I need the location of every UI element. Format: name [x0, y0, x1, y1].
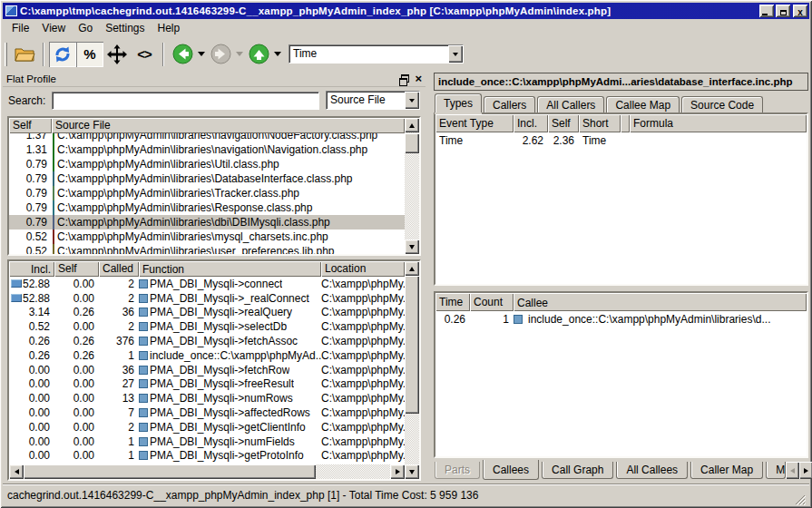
column-header-blank[interactable] — [621, 114, 630, 132]
event-type-combo[interactable]: Time — [289, 44, 464, 64]
toolbar-grip[interactable] — [5, 43, 7, 66]
column-header-self[interactable]: Self — [54, 261, 99, 277]
up-button[interactable] — [245, 42, 272, 67]
vertical-scrollbar[interactable] — [405, 118, 419, 254]
vertical-scrollbar[interactable] — [405, 261, 419, 479]
tab-caller-map[interactable]: Caller Map — [690, 462, 763, 479]
search-input[interactable] — [52, 92, 319, 110]
menu-go[interactable]: Go — [72, 20, 99, 36]
minimize-button[interactable] — [759, 5, 774, 17]
back-dropdown[interactable] — [196, 42, 207, 67]
column-header-count[interactable]: Count — [470, 293, 514, 311]
source-file-row[interactable]: 0.79C:\xampp\phpMyAdmin\libraries\dbi\DB… — [9, 215, 405, 230]
maximize-button[interactable] — [776, 5, 790, 17]
column-header-time[interactable]: Time — [435, 293, 470, 311]
function-row[interactable]: 0.000.001PMA_DBI_Mysqli->numFieldsC:\xam… — [9, 435, 405, 449]
column-header-location[interactable]: Location — [321, 261, 405, 277]
self-value: 0.00 — [54, 278, 99, 290]
source-file-row[interactable]: 0.79C:\xampp\phpMyAdmin\libraries\Tracke… — [9, 186, 405, 200]
horizontal-scrollbar[interactable] — [9, 464, 405, 479]
menu-settings[interactable]: Settings — [99, 20, 151, 36]
column-header-incl[interactable]: Incl. — [514, 114, 548, 132]
function-row[interactable]: 0.000.001PMA_DBI_Mysqli->getProtoInfoC:\… — [9, 449, 405, 464]
function-row[interactable]: 52.880.002PMA_DBI_Mysqli->connectC:\xamp… — [9, 277, 405, 291]
scroll-down-button[interactable] — [405, 239, 419, 254]
column-header-formula[interactable]: Formula — [630, 114, 807, 132]
scroll-up-button[interactable] — [405, 261, 419, 276]
column-header-incl[interactable]: Incl. — [9, 261, 54, 277]
event-type-row[interactable]: Time2.622.36Time — [435, 132, 807, 148]
combo-dropdown-button[interactable] — [405, 92, 419, 109]
combo-dropdown-button[interactable] — [448, 45, 463, 63]
back-button[interactable] — [169, 42, 196, 67]
source-file-row[interactable]: 0.79C:\xampp\phpMyAdmin\libraries\Respon… — [9, 200, 405, 215]
callee-row[interactable]: 0.261include_once::C:\xampp\phpMyAdmin\l… — [435, 311, 807, 327]
function-cell: PMA_DBI_Mysqli->_realConnect — [139, 292, 321, 305]
column-header-short[interactable]: Short — [579, 114, 621, 132]
scroll-left-button[interactable] — [9, 464, 24, 479]
toolbar: % <> T — [3, 37, 809, 71]
source-file-row[interactable]: 1.37C:\xampp\phpMyAdmin\libraries\naviga… — [9, 133, 405, 142]
function-row[interactable]: 0.260.26376PMA_DBI_Mysqli->fetchAssocC:\… — [9, 334, 405, 348]
dock-close-button[interactable]: × — [415, 73, 422, 83]
tab-types[interactable]: Types — [435, 93, 482, 112]
percentage-toggle-button[interactable]: % — [76, 42, 103, 67]
function-row[interactable]: 0.000.0027PMA_DBI_Mysqli->freeResultC:\x… — [9, 377, 405, 392]
open-file-button[interactable] — [11, 42, 38, 67]
function-row[interactable]: 0.000.007PMA_DBI_Mysqli->affectedRowsC:\… — [9, 405, 405, 420]
group-by-combo[interactable]: Source File — [326, 91, 420, 110]
function-row[interactable]: 3.140.2636PMA_DBI_Mysqli->realQueryC:\xa… — [9, 306, 405, 320]
column-header-called[interactable]: Called — [99, 261, 139, 277]
menu-file[interactable]: File — [5, 20, 35, 36]
tab-all-callers[interactable]: All Callers — [537, 96, 604, 112]
function-icon — [139, 294, 148, 303]
scroll-down-button[interactable] — [405, 464, 419, 479]
relative-cost-button[interactable]: <> — [131, 42, 158, 67]
column-header-callee[interactable]: Callee — [514, 293, 807, 311]
source-file-cell: C:\xampp\phpMyAdmin\libraries\Util.class… — [52, 158, 405, 171]
column-header-event-type[interactable]: Event Type — [435, 114, 514, 132]
tab-callers[interactable]: Callers — [484, 96, 535, 112]
tab-machine-code[interactable]: Machine Code — [766, 462, 786, 479]
tab-callees[interactable]: Callees — [483, 460, 539, 480]
tab-callee-map[interactable]: Callee Map — [606, 96, 680, 112]
tab-call-graph[interactable]: Call Graph — [542, 462, 613, 479]
function-icon — [139, 279, 148, 288]
menu-view[interactable]: View — [35, 20, 72, 36]
column-header-function[interactable]: Function — [139, 261, 321, 277]
dock-float-button[interactable] — [401, 74, 409, 83]
function-row[interactable]: 0.000.0036PMA_DBI_Mysqli->fetchRowC:\xam… — [9, 363, 405, 377]
function-name: PMA_DBI_Mysqli->affectedRows — [150, 406, 310, 419]
tab-scroll-right-button[interactable] — [799, 462, 812, 479]
function-row[interactable]: 0.000.0013PMA_DBI_Mysqli->numRowsC:\xamp… — [9, 391, 405, 405]
column-header-source-file[interactable]: Source File — [52, 118, 405, 133]
source-file-row[interactable]: 1.31C:\xampp\phpMyAdmin\libraries\naviga… — [9, 142, 405, 157]
scroll-up-button[interactable] — [405, 118, 419, 132]
tab-all-callees[interactable]: All Callees — [616, 462, 688, 479]
up-dropdown[interactable] — [272, 42, 283, 67]
source-file-row[interactable]: 0.79C:\xampp\phpMyAdmin\libraries\Databa… — [9, 171, 405, 186]
forward-dropdown[interactable] — [234, 42, 245, 67]
cycle-groups-button[interactable] — [49, 42, 76, 67]
scroll-right-button[interactable] — [390, 464, 405, 479]
scrollbar-thumb[interactable] — [24, 464, 316, 479]
close-button[interactable]: x — [793, 5, 807, 17]
function-row[interactable]: 0.260.261include_once::C:\xampp\phpMyAd.… — [9, 348, 405, 363]
function-cell: PMA_DBI_Mysqli->connect — [139, 278, 321, 290]
source-file-row[interactable]: 0.79C:\xampp\phpMyAdmin\libraries\Util.c… — [9, 157, 405, 171]
menu-help[interactable]: Help — [152, 20, 187, 36]
forward-button[interactable] — [207, 42, 234, 67]
function-row[interactable]: 52.880.002PMA_DBI_Mysqli->_realConnectC:… — [9, 291, 405, 306]
source-file-row[interactable]: 0.52C:\xampp\phpMyAdmin\libraries\mysql_… — [9, 230, 405, 244]
column-header-self[interactable]: Self — [548, 114, 579, 132]
source-file-row[interactable]: 0.52C:\xampp\phpMyAdmin\libraries\user_p… — [9, 244, 405, 254]
incl-cell: 0.00 — [9, 392, 54, 405]
scrollbar-thumb[interactable] — [405, 276, 419, 414]
function-row[interactable]: 0.520.002PMA_DBI_Mysqli->selectDbC:\xamp… — [9, 319, 405, 334]
column-header-self[interactable]: Self — [9, 118, 52, 133]
scrollbar-thumb[interactable] — [405, 133, 419, 153]
tab-source-code[interactable]: Source Code — [681, 96, 763, 112]
resize-grip[interactable] — [793, 493, 806, 505]
expand-areas-button[interactable] — [103, 42, 131, 67]
function-row[interactable]: 0.000.002PMA_DBI_Mysqli->getClientInfoC:… — [9, 420, 405, 435]
